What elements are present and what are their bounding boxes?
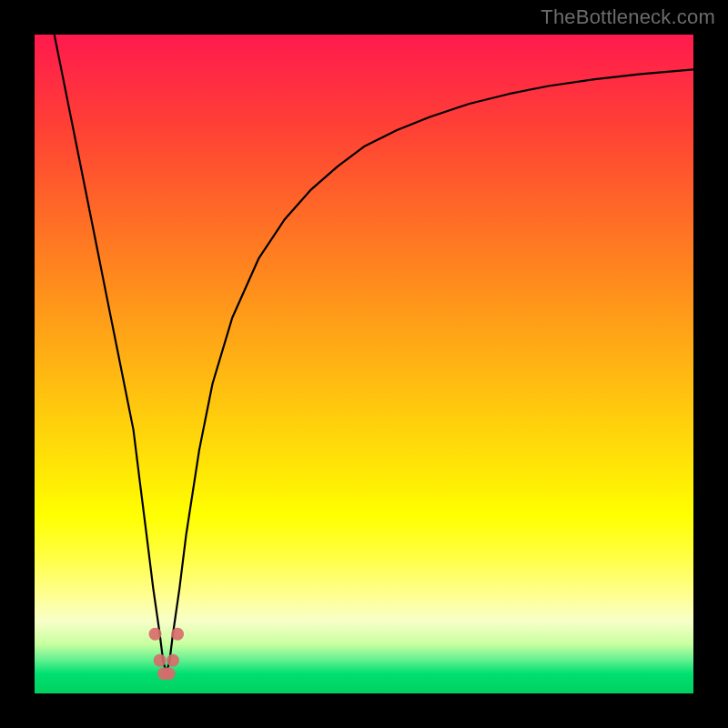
bottleneck-curve [35, 35, 693, 693]
trough-dot [149, 628, 162, 641]
chart-frame [35, 35, 693, 693]
watermark-text: TheBottleneck.com [541, 5, 715, 29]
trough-dot [163, 667, 176, 680]
trough-dot [154, 654, 167, 667]
trough-dot [171, 628, 184, 641]
trough-dot [167, 654, 179, 667]
